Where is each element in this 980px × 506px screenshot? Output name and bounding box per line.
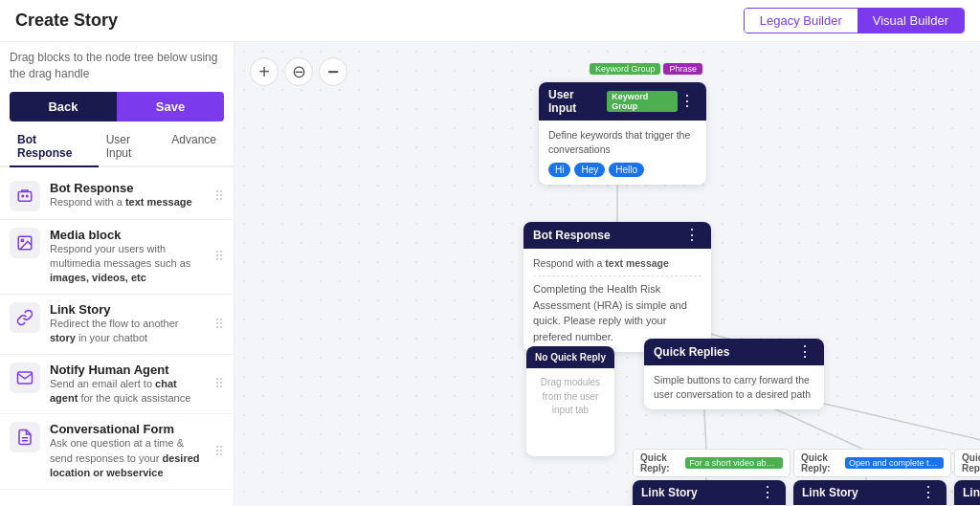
qr1-text: For a short video about the HRA (685, 457, 783, 469)
sidebar-item-notify-text: Notify Human Agent Send an email alert t… (50, 363, 205, 407)
canvas: + ⊖ − Keyword G (234, 42, 980, 506)
bot-response-title: Bot Response (50, 181, 205, 195)
qr2-label: Quick Reply: (801, 452, 842, 473)
quick-replies-desc: Simple buttons to carry forward the user… (654, 373, 814, 402)
no-quick-reply-body: Drag modules from the user input tab (526, 368, 614, 426)
tab-bot-response[interactable]: Bot Response (10, 127, 99, 167)
sidebar-item-media-block[interactable]: Media block Respond your users with mult… (0, 220, 234, 295)
tag-hello: Hello (609, 163, 644, 177)
tag-hi: Hi (548, 163, 570, 177)
sidebar-item-conv-form-text: Conversational Form Ask one question at … (50, 422, 205, 480)
sidebar-tabs: Bot Response User Input Advance (0, 127, 234, 167)
bot-response-more-button[interactable]: ⋮ (682, 228, 702, 243)
quick-replies-more-button[interactable]: ⋮ (795, 344, 814, 360)
svg-rect-0 (18, 191, 32, 201)
link-story-2-more-button[interactable]: ⋮ (919, 485, 938, 500)
qr2-text: Open and complete the HRA form (845, 457, 944, 469)
media-block-title: Media block (50, 228, 205, 242)
sidebar-hint: Drag blocks to the node tree below using… (0, 42, 234, 86)
svg-point-4 (21, 239, 23, 241)
user-input-desc: Define keywords that trigger the convers… (548, 128, 697, 157)
link-story-icon (10, 302, 40, 333)
link-story-2-header: Link Story (802, 486, 858, 499)
header: Create Story Legacy Builder Visual Build… (0, 0, 980, 42)
link-story-title: Link Story (50, 302, 205, 317)
conv-form-icon (10, 422, 40, 452)
qr-chip-1: Quick Reply: For a short video about the… (633, 449, 791, 477)
zoom-reset-button[interactable]: ⊖ (284, 57, 313, 86)
qr1-label: Quick Reply: (640, 452, 682, 473)
quick-replies-node: Quick Replies ⋮ Simple buttons to carry … (644, 339, 824, 409)
keyword-group-badge: Keyword Group (590, 63, 661, 75)
legacy-builder-button[interactable]: Legacy Builder (745, 9, 858, 33)
link-story-node-3: Link Story ⋮ Redirect the flow to anothe… (954, 480, 980, 506)
bot-response-header-label: Bot Response (533, 229, 611, 242)
user-input-node: Keyword Group Phrase User Input Keyword … (539, 82, 706, 185)
phrase-badge: Phrase (663, 63, 702, 75)
link-story-node-2: Link Story ⋮ Redirect the flow to anothe… (793, 480, 947, 506)
bot-response-body-text: Respond with a text message (533, 256, 702, 271)
no-quick-reply-desc: Drag modules from the user input tab (536, 376, 605, 418)
tab-advance[interactable]: Advance (164, 127, 224, 167)
media-block-icon (10, 228, 40, 258)
visual-builder-button[interactable]: Visual Builder (858, 9, 964, 33)
quick-replies-header-label: Quick Replies (654, 345, 729, 359)
tab-user-input[interactable]: User Input (99, 127, 165, 167)
user-input-more-button[interactable]: ⋮ (678, 94, 697, 109)
link-story-desc: Redirect the flow to another story in yo… (50, 317, 205, 346)
back-button[interactable]: Back (10, 92, 117, 121)
drag-handle-media[interactable]: ⠿ (214, 249, 224, 264)
bot-response-icon (10, 181, 40, 211)
user-input-body: Define keywords that trigger the convers… (539, 121, 706, 185)
sidebar-item-media-text: Media block Respond your users with mult… (50, 228, 205, 286)
link-story-node-1: Link Story ⋮ Redirect the flow to anothe… (633, 480, 786, 506)
conv-form-desc: Ask one question at a time & send respon… (50, 436, 205, 480)
main-layout: Drag blocks to the node tree below using… (0, 42, 980, 506)
bot-response-content: Completing the Health Risk Assessment (H… (533, 281, 702, 344)
qr-chip-3: Quick Reply: Contact Oriele for live ass… (954, 449, 980, 477)
link-story-1-more-button[interactable]: ⋮ (758, 485, 777, 500)
save-button[interactable]: Save (117, 92, 224, 121)
user-input-header-label: User Input (548, 88, 602, 115)
sidebar-item-link-story[interactable]: Link Story Redirect the flow to another … (0, 295, 234, 355)
media-block-desc: Respond your users with multimedia messa… (50, 242, 205, 286)
conv-form-title: Conversational Form (50, 422, 205, 436)
tag-hey: Hey (574, 163, 605, 177)
sidebar-actions: Back Save (0, 86, 234, 127)
bot-response-node: Bot Response ⋮ Respond with a text messa… (523, 222, 711, 352)
drag-handle-conv-form[interactable]: ⠿ (214, 444, 224, 459)
sidebar-item-link-story-text: Link Story Redirect the flow to another … (50, 302, 205, 346)
sidebar-item-bot-response-text: Bot Response Respond with a text message (50, 181, 205, 209)
user-input-kg-badge: Keyword Group (607, 91, 678, 112)
sidebar-item-notify-agent[interactable]: Notify Human Agent Send an email alert t… (0, 355, 234, 415)
no-quick-reply-node: No Quick Reply Drag modules from the use… (526, 346, 614, 456)
builder-toggle: Legacy Builder Visual Builder (744, 8, 965, 33)
page-title: Create Story (15, 11, 118, 31)
zoom-in-button[interactable]: + (250, 57, 278, 86)
keyword-tags: Hi Hey Hello (548, 163, 697, 177)
notify-agent-title: Notify Human Agent (50, 363, 205, 377)
zoom-out-button[interactable]: − (319, 57, 347, 86)
bot-response-body: Respond with a text message Completing t… (523, 249, 711, 352)
no-quick-reply-header: No Quick Reply (535, 352, 606, 363)
sidebar: Drag blocks to the node tree below using… (0, 42, 234, 506)
sidebar-item-conv-form[interactable]: Conversational Form Ask one question at … (0, 414, 234, 489)
sidebar-item-bot-response[interactable]: Bot Response Respond with a text message… (0, 173, 234, 220)
link-story-1-header: Link Story (641, 486, 698, 499)
qr3-label: Quick Reply: (962, 452, 980, 473)
quick-replies-body: Simple buttons to carry forward the user… (644, 365, 824, 409)
svg-point-1 (22, 195, 24, 197)
link-story-3-header: Link Story (963, 486, 980, 499)
sidebar-items: Bot Response Respond with a text message… (0, 167, 234, 506)
bot-response-desc: Respond with a text message (50, 195, 205, 209)
svg-point-2 (27, 195, 29, 197)
drag-handle-notify[interactable]: ⠿ (214, 376, 224, 391)
qr-chip-2: Quick Reply: Open and complete the HRA f… (793, 449, 951, 477)
drag-handle-bot-response[interactable]: ⠿ (214, 188, 224, 204)
notify-agent-icon (10, 363, 40, 393)
notify-agent-desc: Send an email alert to chat agent for th… (50, 377, 205, 407)
drag-handle-link-story[interactable]: ⠿ (214, 317, 224, 332)
canvas-controls: + ⊖ − (250, 57, 347, 86)
